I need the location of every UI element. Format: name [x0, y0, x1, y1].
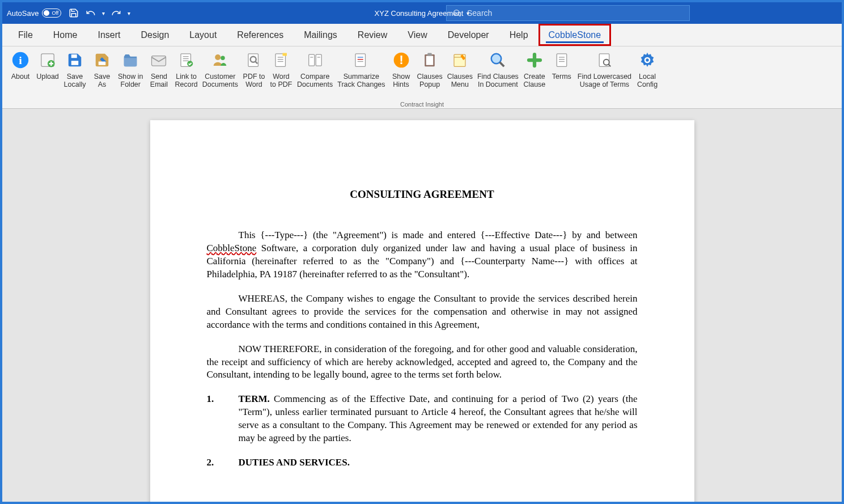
folder-icon	[120, 50, 141, 70]
search-input[interactable]: Search	[446, 5, 690, 21]
compare-icon	[305, 50, 325, 70]
find-lowercased-button[interactable]: Find Lowercased Usage of Terms	[575, 49, 634, 101]
save-icon[interactable]	[68, 7, 79, 19]
upload-button[interactable]: Upload	[34, 49, 61, 101]
tab-developer[interactable]: Developer	[438, 24, 499, 46]
tab-layout[interactable]: Layout	[179, 24, 227, 46]
svg-rect-37	[427, 53, 432, 56]
email-icon	[149, 50, 169, 70]
ribbon: i About Upload Save Locally Save As Show…	[2, 46, 842, 109]
spell-error: CobbleStone	[207, 243, 257, 253]
save-as-icon	[92, 50, 112, 70]
doc-title: CONSULTING AGREEMENT	[207, 188, 638, 201]
document-viewport[interactable]: CONSULTING AGREEMENT This {---Type---} (…	[2, 109, 842, 502]
link-to-record-button[interactable]: Link to Record	[172, 49, 200, 101]
pdf-to-word-button[interactable]: PDF to Word	[240, 49, 268, 101]
magnifier-icon	[487, 50, 508, 70]
svg-point-51	[646, 58, 648, 61]
undo-icon[interactable]	[85, 7, 96, 19]
doc-section: 1. TERM. Commencing as of the Effective …	[207, 393, 638, 445]
save-locally-button[interactable]: Save Locally	[61, 49, 88, 101]
quick-access-toolbar: ▾ ▾	[68, 7, 130, 19]
send-email-button[interactable]: Send Email	[145, 49, 172, 101]
svg-rect-36	[426, 56, 434, 65]
info-icon: i	[10, 50, 31, 70]
clauses-menu-button[interactable]: Clauses Menu	[445, 49, 475, 101]
ribbon-tabs: File Home Insert Design Layout Reference…	[2, 24, 842, 46]
tab-mailings[interactable]: Mailings	[294, 24, 347, 46]
document-title[interactable]: XYZ Consulting Agreement ▾	[375, 9, 470, 18]
gear-icon	[637, 50, 658, 70]
track-changes-icon	[351, 50, 371, 70]
save-icon	[65, 50, 85, 70]
summarize-track-changes-button[interactable]: Summarize Track Changes	[335, 49, 387, 101]
svg-rect-6	[71, 61, 79, 65]
show-hints-button[interactable]: ! Show Hints	[388, 49, 415, 101]
clauses-popup-button[interactable]: Clauses Popup	[415, 49, 445, 101]
document-page[interactable]: CONSULTING AGREEMENT This {---Type---} (…	[150, 120, 694, 502]
document-icon	[552, 50, 572, 70]
terms-button[interactable]: Terms	[548, 49, 575, 101]
svg-point-40	[491, 54, 502, 64]
autosave-toggle[interactable]: AutoSave Off	[7, 9, 61, 18]
svg-rect-21	[283, 53, 287, 56]
svg-rect-17	[248, 54, 258, 67]
tab-references[interactable]: References	[227, 24, 294, 46]
plus-icon	[524, 50, 545, 70]
about-button[interactable]: i About	[7, 49, 34, 101]
people-icon	[210, 50, 230, 70]
doc-paragraph: This {---Type---} (the "Agreement") is m…	[207, 229, 638, 281]
svg-point-16	[221, 56, 226, 61]
svg-rect-8	[99, 62, 106, 65]
svg-rect-26	[316, 54, 321, 66]
save-as-button[interactable]: Save As	[88, 49, 116, 101]
redo-icon[interactable]	[111, 7, 122, 19]
svg-point-15	[215, 54, 221, 60]
compare-documents-button[interactable]: Compare Documents	[295, 49, 335, 101]
svg-rect-42	[557, 54, 567, 67]
tab-review[interactable]: Review	[347, 24, 397, 46]
svg-text:!: !	[399, 53, 403, 67]
autosave-switch[interactable]: Off	[42, 9, 61, 18]
svg-rect-9	[152, 56, 166, 66]
tab-view[interactable]: View	[397, 24, 437, 46]
link-icon	[176, 50, 197, 70]
local-config-button[interactable]: Local Config	[634, 49, 661, 101]
customer-documents-button[interactable]: Customer Documents	[200, 49, 240, 101]
create-clause-button[interactable]: Create Clause	[521, 49, 548, 101]
tab-insert[interactable]: Insert	[87, 24, 130, 46]
title-bar: AutoSave Off ▾ ▾ XYZ Consulting Agreemen…	[2, 2, 842, 24]
autosave-label: AutoSave	[7, 9, 39, 18]
svg-rect-7	[71, 54, 77, 58]
undo-dropdown-icon[interactable]: ▾	[102, 10, 105, 16]
tab-help[interactable]: Help	[499, 24, 538, 46]
word-to-pdf-icon	[271, 50, 291, 70]
clipboard-icon	[419, 50, 440, 70]
notepad-icon	[449, 50, 470, 70]
doc-title-dropdown-icon[interactable]: ▾	[466, 10, 469, 16]
svg-text:i: i	[19, 54, 22, 66]
doc-paragraph: WHEREAS, the Company wishes to engage th…	[207, 293, 638, 332]
doc-section: 2. DUTIES AND SERVICES.	[207, 456, 638, 469]
pdf-to-word-icon	[244, 50, 264, 70]
ribbon-group-label: Contract Insight	[2, 101, 842, 108]
svg-rect-29	[355, 54, 366, 67]
doc-paragraph: NOW THEREFORE, in consideration of the f…	[207, 343, 638, 382]
svg-line-41	[500, 62, 504, 67]
alert-icon: !	[391, 50, 412, 70]
tab-home[interactable]: Home	[43, 24, 88, 46]
tab-design[interactable]: Design	[130, 24, 179, 46]
tab-file[interactable]: File	[8, 24, 43, 46]
tab-cobblestone[interactable]: CobbleStone	[538, 24, 612, 46]
upload-icon	[37, 50, 58, 70]
qat-customize-icon[interactable]: ▾	[128, 10, 130, 16]
show-in-folder-button[interactable]: Show in Folder	[116, 49, 145, 101]
word-to-pdf-button[interactable]: Word to PDF	[268, 49, 295, 101]
find-clauses-button[interactable]: Find Clauses In Document	[475, 49, 521, 101]
svg-rect-25	[308, 54, 314, 66]
document-search-icon	[594, 50, 614, 70]
